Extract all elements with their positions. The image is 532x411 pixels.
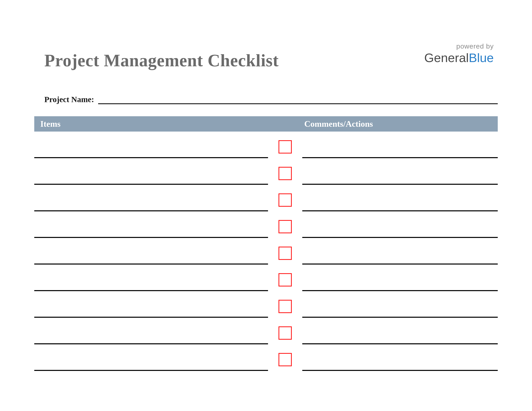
brand-logo: powered by GeneralBlue (424, 42, 498, 65)
checklist-row (34, 318, 498, 344)
checklist-row (34, 158, 498, 185)
item-input[interactable] (34, 185, 268, 211)
checkbox-cell (268, 344, 302, 371)
item-input[interactable] (34, 344, 268, 371)
checkbox-cell (268, 131, 302, 158)
project-name-label: Project Name: (44, 95, 98, 104)
checklist-row (34, 211, 498, 238)
checkbox-cell (268, 238, 302, 264)
checkbox-cell (268, 158, 302, 185)
item-input[interactable] (34, 211, 268, 238)
comment-input[interactable] (302, 131, 498, 158)
checkbox[interactable] (278, 167, 292, 180)
checklist-row (34, 238, 498, 264)
column-header-items: Items (34, 119, 268, 129)
comment-input[interactable] (302, 238, 498, 264)
item-input[interactable] (34, 238, 268, 264)
comment-input[interactable] (302, 211, 498, 238)
checkbox-cell (268, 291, 302, 318)
comment-input[interactable] (302, 344, 498, 371)
comment-input[interactable] (302, 264, 498, 291)
document-page: Project Management Checklist powered by … (0, 0, 532, 411)
comment-input[interactable] (302, 185, 498, 211)
page-title: Project Management Checklist (34, 42, 279, 71)
checkbox[interactable] (278, 273, 292, 287)
header-row: Project Management Checklist powered by … (34, 42, 498, 71)
checklist-row (34, 264, 498, 291)
brand-part2: Blue (469, 51, 494, 65)
checklist-row (34, 291, 498, 318)
item-input[interactable] (34, 131, 268, 158)
item-input[interactable] (34, 158, 268, 185)
comment-input[interactable] (302, 318, 498, 344)
checkbox-cell (268, 264, 302, 291)
checkbox-cell (268, 318, 302, 344)
checkbox[interactable] (278, 193, 292, 207)
brand-part1: General (424, 51, 469, 65)
checkbox-cell (268, 185, 302, 211)
checkbox[interactable] (278, 247, 292, 260)
project-name-input[interactable] (98, 96, 498, 104)
checklist-row (34, 344, 498, 371)
column-header-comments: Comments/Actions (302, 119, 498, 129)
item-input[interactable] (34, 291, 268, 318)
checkbox[interactable] (278, 300, 292, 313)
comment-input[interactable] (302, 291, 498, 318)
checkbox-cell (268, 211, 302, 238)
brand-name: GeneralBlue (424, 51, 494, 65)
item-input[interactable] (34, 264, 268, 291)
checklist-row (34, 131, 498, 158)
item-input[interactable] (34, 318, 268, 344)
checklist-rows (34, 131, 498, 371)
table-header: Items Comments/Actions (34, 116, 498, 131)
checkbox[interactable] (278, 140, 292, 154)
project-name-row: Project Name: (34, 95, 498, 104)
checkbox[interactable] (278, 353, 292, 366)
comment-input[interactable] (302, 158, 498, 185)
checkbox[interactable] (278, 326, 292, 340)
checklist-row (34, 185, 498, 211)
powered-by-label: powered by (424, 42, 494, 50)
checkbox[interactable] (278, 220, 292, 233)
